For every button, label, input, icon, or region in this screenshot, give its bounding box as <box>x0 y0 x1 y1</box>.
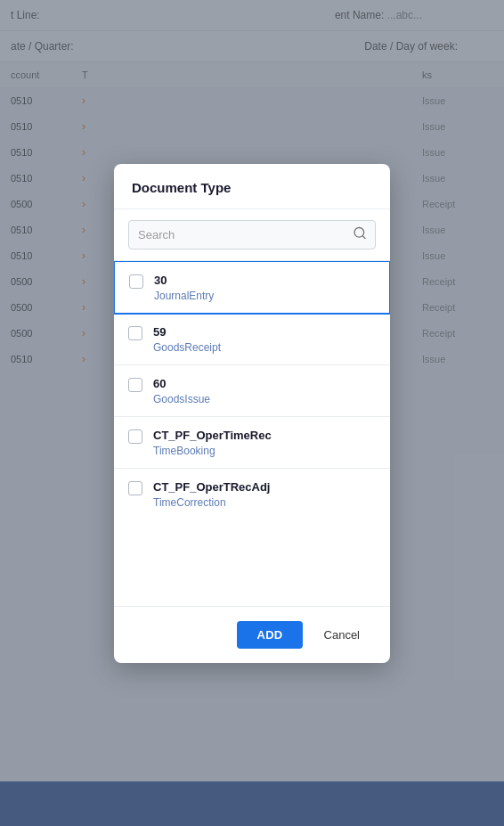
checkbox-time-correction[interactable] <box>128 481 142 495</box>
checkbox-journal-entry[interactable] <box>129 274 143 289</box>
document-type-modal: Document Type 30 JournalEntry <box>114 164 390 663</box>
list-item-journal-entry[interactable]: 30 JournalEntry <box>114 261 390 315</box>
modal-title: Document Type <box>132 180 231 195</box>
item-code: CT_PF_OperTimeRec <box>153 428 272 444</box>
item-content-time-booking: CT_PF_OperTimeRec TimeBooking <box>153 428 272 457</box>
item-name: GoodsReceipt <box>153 341 221 354</box>
checkbox-goods-issue[interactable] <box>128 378 142 392</box>
item-content-goods-issue: 60 GoodsIssue <box>153 376 210 405</box>
checkbox-goods-receipt[interactable] <box>128 326 142 340</box>
modal-header: Document Type <box>114 164 390 209</box>
list-item-time-booking[interactable]: CT_PF_OperTimeRec TimeBooking <box>114 417 390 469</box>
list-item-goods-receipt[interactable]: 59 GoodsReceipt <box>114 314 390 365</box>
checkbox-time-booking[interactable] <box>128 429 142 444</box>
item-name: JournalEntry <box>154 290 214 302</box>
document-type-list: 30 JournalEntry 59 GoodsReceipt 60 Goods… <box>114 261 390 606</box>
add-button[interactable]: ADD <box>237 621 302 649</box>
modal-backdrop: Document Type 30 JournalEntry <box>0 0 504 826</box>
search-input[interactable] <box>128 220 376 249</box>
item-code: 30 <box>154 273 214 289</box>
search-container <box>114 209 390 261</box>
item-code: 59 <box>153 324 221 340</box>
item-code: 60 <box>153 376 210 392</box>
item-name: GoodsIssue <box>153 393 210 405</box>
item-code: CT_PF_OperTRecAdj <box>153 479 270 495</box>
item-name: TimeCorrection <box>153 496 270 509</box>
cancel-button[interactable]: Cancel <box>312 621 372 649</box>
list-item-time-correction[interactable]: CT_PF_OperTRecAdj TimeCorrection <box>114 469 390 519</box>
item-content-goods-receipt: 59 GoodsReceipt <box>153 324 221 354</box>
modal-footer: ADD Cancel <box>114 606 390 663</box>
list-item-goods-issue[interactable]: 60 GoodsIssue <box>114 365 390 417</box>
item-content-journal-entry: 30 JournalEntry <box>154 273 214 302</box>
item-name: TimeBooking <box>153 445 272 457</box>
item-content-time-correction: CT_PF_OperTRecAdj TimeCorrection <box>153 479 270 509</box>
